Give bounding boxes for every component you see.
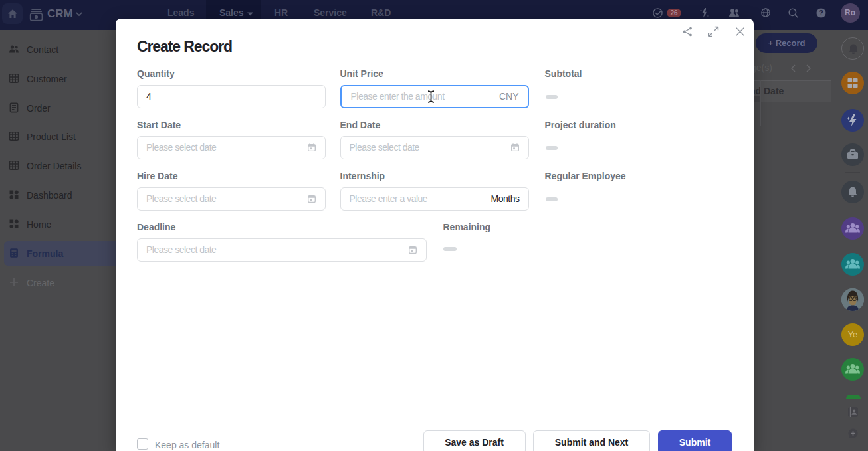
- svg-text:?: ?: [819, 9, 823, 17]
